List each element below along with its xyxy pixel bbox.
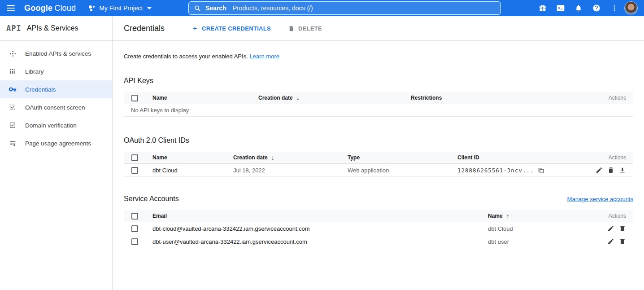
main-content: Credentials CREATE CREDENTIALS DELETE Cr… <box>113 16 644 290</box>
column-header-client-id[interactable]: Client ID <box>450 154 584 161</box>
oauth-clients-heading: OAuth 2.0 Client IDs <box>124 136 633 145</box>
empty-state-text: No API keys to display <box>124 107 196 114</box>
sidebar-item-label: Page usage agreements <box>25 140 91 147</box>
edit-pencil-icon[interactable] <box>607 225 614 232</box>
manage-service-accounts-link[interactable]: Manage service accounts <box>567 196 633 202</box>
search-placeholder: Products, resources, docs (/) <box>233 4 313 12</box>
sidebar-item-label: OAuth consent screen <box>25 104 85 111</box>
project-icon <box>88 4 96 12</box>
select-all-checkbox[interactable] <box>131 95 138 101</box>
create-credentials-button[interactable]: CREATE CREDENTIALS <box>191 25 271 32</box>
service-account-email: dbt-cloud@vaulted-arcana-332422.iam.gser… <box>145 225 481 232</box>
api-keys-empty-row: No API keys to display <box>124 104 633 117</box>
api-keys-header-row: Name Creation date ↓ Restrictions Action… <box>124 92 633 104</box>
row-actions <box>593 238 633 245</box>
sidebar-item-library[interactable]: Library <box>0 62 112 80</box>
column-header-creation-date[interactable]: Creation date ↓ <box>226 154 340 161</box>
user-avatar[interactable] <box>624 1 638 15</box>
oauth-client-creation-date: Jul 18, 2022 <box>226 167 340 174</box>
oauth-client-name: dbt Cloud <box>145 167 226 174</box>
create-credentials-label: CREATE CREDENTIALS <box>202 25 271 32</box>
sidebar-nav: Enabled APIs & services Library Credenti… <box>0 41 112 152</box>
chevron-down-icon <box>147 7 152 9</box>
more-vertical-icon[interactable] <box>605 0 623 16</box>
download-icon[interactable] <box>619 167 626 174</box>
search-icon <box>194 5 201 12</box>
edit-pencil-icon[interactable] <box>607 238 614 245</box>
sidebar-item-domain-verification[interactable]: Domain verification <box>0 116 112 134</box>
column-header-name[interactable]: Name <box>145 154 226 161</box>
topbar-right <box>501 0 644 16</box>
sidebar-item-oauth-consent[interactable]: OAuth consent screen <box>0 98 112 116</box>
oauth-clients-table: Name Creation date ↓ Type Client ID Acti… <box>124 152 633 177</box>
column-header-email[interactable]: Email <box>145 213 481 219</box>
project-name: My First Project <box>99 4 143 12</box>
search-label: Search <box>205 4 226 12</box>
project-selector[interactable]: My First Project <box>88 4 152 12</box>
sidebar-item-label: Library <box>25 68 44 75</box>
row-actions <box>584 167 633 174</box>
help-icon[interactable] <box>587 0 605 16</box>
table-row: dbt-user@vaulted-arcana-332422.iam.gserv… <box>124 235 633 248</box>
cloud-shell-icon[interactable] <box>552 0 570 16</box>
search-input[interactable]: Search Products, resources, docs (/) <box>188 1 501 15</box>
delete-trash-icon[interactable] <box>619 238 626 245</box>
free-trial-gift-icon[interactable] <box>534 0 552 16</box>
column-header-creation-date[interactable]: Creation date ↓ <box>251 94 404 101</box>
service-account-name: dbt user <box>481 238 593 245</box>
table-row: dbt-cloud@vaulted-arcana-332422.iam.gser… <box>124 222 633 235</box>
select-all-checkbox[interactable] <box>131 154 138 161</box>
creation-date-label: Creation date <box>233 154 268 161</box>
sidebar-item-enabled-apis[interactable]: Enabled APIs & services <box>0 44 112 62</box>
logo-cloud-text: Cloud <box>54 4 76 13</box>
topbar-left: GoogleCloud My First Project <box>0 0 188 16</box>
logo-google-text: Google <box>24 4 52 13</box>
intro-text: Create credentials to access your enable… <box>124 53 633 60</box>
page-usage-icon <box>0 140 25 147</box>
sidebar-item-page-usage[interactable]: Page usage agreements <box>0 134 112 152</box>
column-header-type[interactable]: Type <box>340 154 450 161</box>
delete-button[interactable]: DELETE <box>288 25 322 32</box>
service-accounts-heading: Service Accounts <box>124 195 179 203</box>
oauth-client-id: 128886265561-3ncv... <box>457 167 534 174</box>
page-title: Credentials <box>124 24 165 33</box>
column-header-restrictions[interactable]: Restrictions <box>404 95 593 101</box>
oauth-client-type: Web application <box>340 167 450 174</box>
service-accounts-header-row: Email Name ↑ Actions <box>124 210 633 222</box>
sidebar-item-credentials[interactable]: Credentials <box>0 80 112 98</box>
sidebar-item-label: Credentials <box>25 86 56 93</box>
intro-sentence: Create credentials to access your enable… <box>124 53 248 60</box>
edit-pencil-icon[interactable] <box>596 167 603 174</box>
delete-trash-icon[interactable] <box>619 225 626 232</box>
api-keys-table: Name Creation date ↓ Restrictions Action… <box>124 92 633 117</box>
column-header-name[interactable]: Name <box>145 95 251 101</box>
content: Create credentials to access your enable… <box>113 53 644 248</box>
learn-more-link[interactable]: Learn more <box>249 53 279 60</box>
column-header-actions: Actions <box>593 213 633 219</box>
select-all-checkbox[interactable] <box>131 213 138 220</box>
row-actions <box>593 225 633 232</box>
service-accounts-heading-row: Service Accounts Manage service accounts <box>124 195 633 203</box>
oauth-consent-icon <box>0 104 25 111</box>
copy-icon[interactable] <box>538 167 544 174</box>
oauth-client-id-cell: 128886265561-3ncv... <box>450 167 584 174</box>
service-account-name: dbt Cloud <box>481 225 593 232</box>
service-accounts-table: Email Name ↑ Actions dbt-cloud@vaulted-a… <box>124 210 633 248</box>
google-cloud-logo[interactable]: GoogleCloud <box>24 4 76 13</box>
sort-desc-icon: ↓ <box>296 94 300 101</box>
api-keys-heading: API Keys <box>124 77 633 85</box>
column-header-name[interactable]: Name ↑ <box>481 212 593 220</box>
hamburger-menu-icon[interactable] <box>0 0 22 16</box>
row-checkbox[interactable] <box>131 238 138 245</box>
column-header-actions: Actions <box>593 95 633 101</box>
row-checkbox[interactable] <box>131 167 138 174</box>
sidebar-item-label: Enabled APIs & services <box>25 50 91 57</box>
delete-trash-icon[interactable] <box>607 167 614 174</box>
domain-verification-icon <box>0 122 25 129</box>
notifications-bell-icon[interactable] <box>570 0 587 16</box>
sidebar: API APIs & Services Enabled APIs & servi… <box>0 16 113 290</box>
column-header-actions: Actions <box>584 154 633 161</box>
sidebar-title: APIs & Services <box>27 24 78 32</box>
row-checkbox[interactable] <box>131 225 138 232</box>
sidebar-item-label: Domain verification <box>25 122 77 129</box>
